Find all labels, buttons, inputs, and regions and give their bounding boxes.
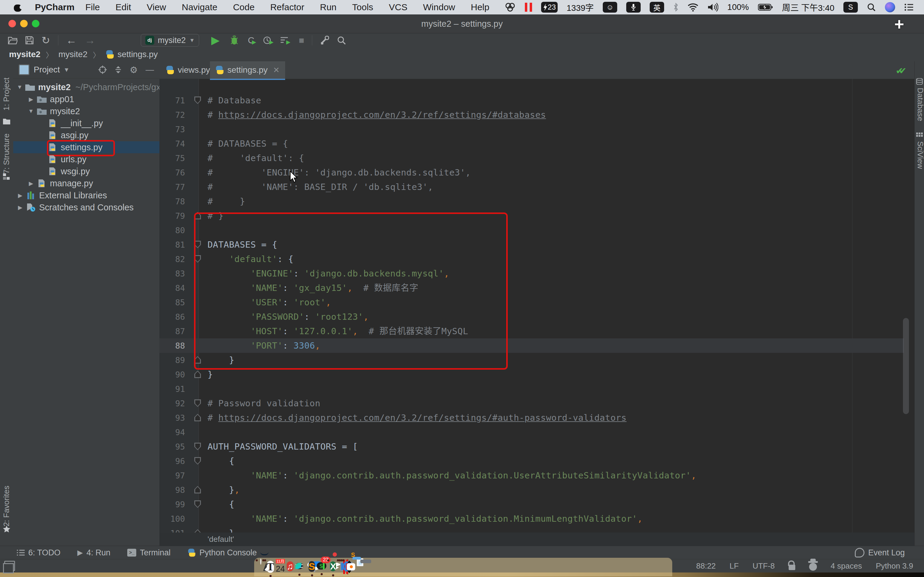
menu-code[interactable]: Code [225,2,263,12]
menu-help[interactable]: Help [463,2,497,12]
mic-input-icon[interactable] [626,2,641,13]
fold-marker-icon[interactable] [194,414,201,421]
window-titlebar[interactable]: mysite2 – settings.py + [0,15,924,33]
code-line-73[interactable]: 73 [160,122,904,137]
code-line-78[interactable]: 78# } [160,194,904,209]
code-line-77[interactable]: 77# 'NAME': BASE_DIR / 'db.sqlite3', [160,180,904,194]
code-line-100[interactable]: 100 'NAME': 'django.contrib.auth.passwor… [160,511,904,526]
editor-breadcrumb-hint[interactable]: 'default' [160,532,914,546]
menubar-app-name[interactable]: PyCharm [35,2,74,12]
code-line-93[interactable]: 93# https://docs.djangoproject.com/en/3.… [160,411,904,425]
inspections-ok-icon[interactable]: ✔✔ [896,66,902,76]
code-line-71[interactable]: 71# Database [160,93,904,108]
menu-refactor[interactable]: Refactor [262,2,312,12]
word-count[interactable]: 1339字 [567,1,594,13]
structure-tool-icon[interactable] [3,173,11,180]
tree-item-mysite2[interactable]: ▼mysite2 [13,105,160,117]
tree-expand-arrow-icon[interactable]: ▶ [27,96,34,103]
line-ending[interactable]: LF [730,561,739,571]
code-line-94[interactable]: 94 [160,425,904,439]
hide-panel-icon[interactable]: — [145,65,154,74]
menu-window[interactable]: Window [415,2,463,12]
tree-item-urls-py[interactable]: urls.py [13,153,160,165]
tool-button-project[interactable]: 1: Project [2,77,11,111]
tool-button-todo[interactable]: 6: TODO [17,548,60,558]
run-configuration-selector[interactable]: dj mysite2 ▼ [141,34,199,47]
emoji-input-icon[interactable]: ☺ [603,2,617,13]
menu-vcs[interactable]: VCS [381,2,415,12]
dock-calendar[interactable]: 11月24 [276,559,285,574]
code-line-98[interactable]: 98 }, [160,483,904,497]
run-button[interactable]: ▶ [211,34,220,47]
chevron-down-icon[interactable]: ▼ [63,66,69,73]
indent-setting[interactable]: 4 spaces [831,561,862,571]
fold-marker-icon[interactable] [194,500,201,508]
code-line-96[interactable]: 96 { [160,454,904,468]
editor-area[interactable]: views.py ✕ settings.py ✕ 71# Database72#… [160,61,914,546]
tree-item-manage-py[interactable]: ▶manage.py [13,177,160,189]
tree-expand-arrow-icon[interactable]: ▶ [17,192,23,199]
sciview-tool-icon[interactable] [916,132,923,139]
locate-file-icon[interactable] [99,66,107,74]
event-log-button[interactable]: Event Log [855,548,905,558]
tree-item--init-py[interactable]: __init__.py [13,117,160,129]
profiler-icon[interactable]: ▶ [263,35,274,45]
menu-view[interactable]: View [139,2,174,12]
fold-marker-icon[interactable] [194,443,201,450]
toggle-toolwindows-icon[interactable] [4,561,15,571]
tool-button-structure[interactable]: 7: Structure [2,134,11,174]
wifi-icon[interactable] [688,3,698,11]
tree-item-mysite2[interactable]: ▼mysite2~/PycharmProjects/gx [13,81,160,93]
code-line-97[interactable]: 97 'NAME': 'django.contrib.auth.password… [160,468,904,483]
stop-button[interactable]: ■ [299,35,304,45]
code-line-72[interactable]: 72# https://docs.djangoproject.com/en/3.… [160,108,904,122]
dock-typora[interactable]: T [267,559,274,575]
tab-settings-py[interactable]: settings.py ✕ [210,61,285,80]
menubar-clock[interactable]: 周三 下午3:40 [782,1,834,13]
siri-icon[interactable] [885,2,895,12]
tool-button-run[interactable]: ▶ 4: Run [77,548,110,558]
code-line-91[interactable]: 91 [160,382,904,396]
code-line-99[interactable]: 99 { [160,497,904,511]
bluetooth-icon[interactable] [673,3,678,12]
fold-marker-icon[interactable] [194,457,201,464]
sogou-input-badge[interactable]: S [843,2,858,13]
open-icon[interactable] [8,36,18,45]
debug-button[interactable] [230,35,239,45]
breadcrumb-item[interactable]: settings.py [118,50,158,59]
breadcrumb-item[interactable]: mysite2 [58,50,87,59]
sync-icon[interactable]: ↻ [42,34,50,46]
tool-button-database[interactable]: Database [916,88,924,121]
rerun-icon[interactable]: ▶ [280,35,290,45]
dock-pycharm[interactable]: PC [296,559,303,574]
fold-marker-icon[interactable] [194,486,201,493]
code-line-95[interactable]: 95AUTH_PASSWORD_VALIDATORS = [ [160,439,904,454]
editor-scrollbar[interactable] [903,318,909,414]
input-language-badge[interactable]: 英 [650,2,664,13]
dock-sublime-text[interactable]: S [309,559,315,574]
dock-safari[interactable] [260,559,262,564]
menu-edit[interactable]: Edit [108,2,139,12]
volume-icon[interactable] [708,3,718,12]
close-tab-icon[interactable]: ✕ [273,66,280,75]
tool-button-sciview[interactable]: SciView [916,141,924,169]
forward-icon[interactable]: → [85,34,96,47]
readonly-lock-icon[interactable] [789,565,795,570]
inspections-hector-icon[interactable] [809,563,817,571]
menu-tools[interactable]: Tools [344,2,381,12]
spotlight-search-icon[interactable] [867,3,876,12]
pause-bars-icon[interactable] [525,3,532,12]
collapse-all-icon[interactable] [115,66,122,74]
database-tool-icon[interactable] [916,78,923,85]
dock-netease-music[interactable]: ♫ [287,559,294,574]
tree-item-wsgi-py[interactable]: wsgi.py [13,165,160,177]
breadcrumb-item[interactable]: mysite2 [9,50,40,59]
code-line-76[interactable]: 76# 'ENGINE': 'django.db.backends.sqlite… [160,165,904,180]
battery-icon[interactable] [758,3,773,11]
code-line-92[interactable]: 92# Password validation [160,396,904,411]
vpn-clover-icon[interactable] [504,2,516,12]
menu-navigate[interactable]: Navigate [174,2,225,12]
code-line-74[interactable]: 74# DATABASES = { [160,137,904,151]
tree-expand-arrow-icon[interactable]: ▼ [17,84,23,90]
tree-expand-arrow-icon[interactable]: ▶ [17,204,23,211]
